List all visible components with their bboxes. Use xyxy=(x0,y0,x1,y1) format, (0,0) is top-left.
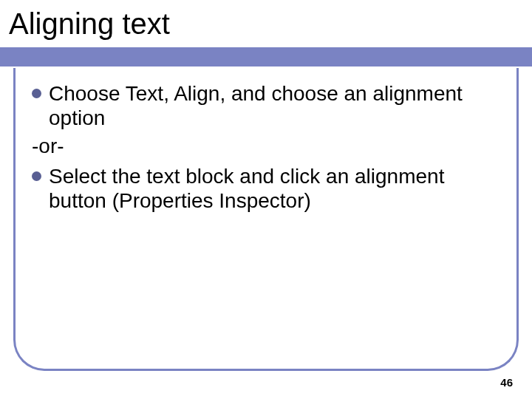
header-band xyxy=(0,47,532,66)
bullet-item: Select the text block and click an align… xyxy=(32,164,500,213)
page-number: 46 xyxy=(500,376,513,389)
slide: Aligning text Choose Text, Align, and ch… xyxy=(0,0,532,399)
bullet-icon xyxy=(32,171,41,181)
separator-text: -or- xyxy=(32,133,500,160)
bullet-text: Select the text block and click an align… xyxy=(49,164,500,213)
bullet-text: Choose Text, Align, and choose an alignm… xyxy=(49,81,500,130)
bullet-item: Choose Text, Align, and choose an alignm… xyxy=(32,81,500,130)
slide-body: Choose Text, Align, and choose an alignm… xyxy=(13,68,519,371)
slide-title: Aligning text xyxy=(9,7,170,41)
bullet-icon xyxy=(32,89,41,98)
